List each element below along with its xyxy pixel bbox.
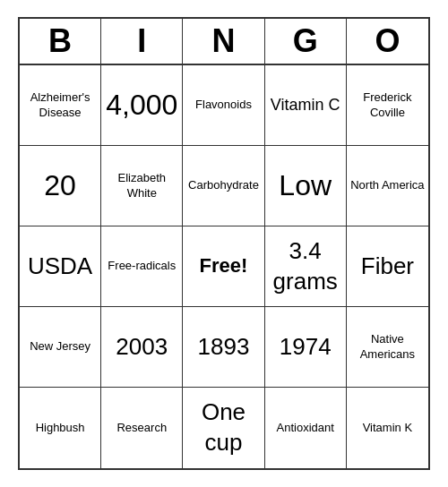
bingo-cell: Alzheimer's Disease (20, 65, 101, 146)
bingo-cell: North America (347, 146, 428, 226)
bingo-grid: Alzheimer's Disease4,000FlavonoidsVitami… (20, 65, 428, 468)
bingo-cell: New Jersey (20, 307, 101, 388)
bingo-cell: Free-radicals (101, 226, 183, 307)
bingo-cell: Native Americans (347, 307, 428, 388)
bingo-cell: Antioxidant (265, 388, 347, 468)
bingo-cell: 1974 (265, 307, 347, 388)
bingo-header: BINGO (20, 19, 428, 65)
bingo-cell: 1893 (183, 307, 264, 388)
bingo-cell: 3.4 grams (265, 226, 347, 307)
bingo-cell: USDA (20, 226, 101, 307)
header-letter: B (20, 19, 101, 64)
bingo-cell: One cup (183, 388, 264, 468)
bingo-cell: Carbohydrate (183, 146, 264, 226)
bingo-cell: 2003 (101, 307, 183, 388)
header-letter: I (101, 19, 183, 64)
header-letter: O (347, 19, 428, 64)
bingo-cell: Frederick Coville (347, 65, 428, 146)
bingo-card: BINGO Alzheimer's Disease4,000Flavonoids… (18, 17, 430, 470)
bingo-cell: Free! (183, 226, 264, 307)
bingo-cell: Elizabeth White (101, 146, 183, 226)
bingo-cell: 20 (20, 146, 101, 226)
bingo-cell: Vitamin C (265, 65, 347, 146)
bingo-cell: Highbush (20, 388, 101, 468)
bingo-cell: Vitamin K (347, 388, 428, 468)
bingo-cell: Low (265, 146, 347, 226)
bingo-cell: 4,000 (101, 65, 183, 146)
header-letter: N (183, 19, 264, 64)
bingo-cell: Research (101, 388, 183, 468)
bingo-cell: Fiber (347, 226, 428, 307)
bingo-cell: Flavonoids (183, 65, 264, 146)
header-letter: G (265, 19, 347, 64)
